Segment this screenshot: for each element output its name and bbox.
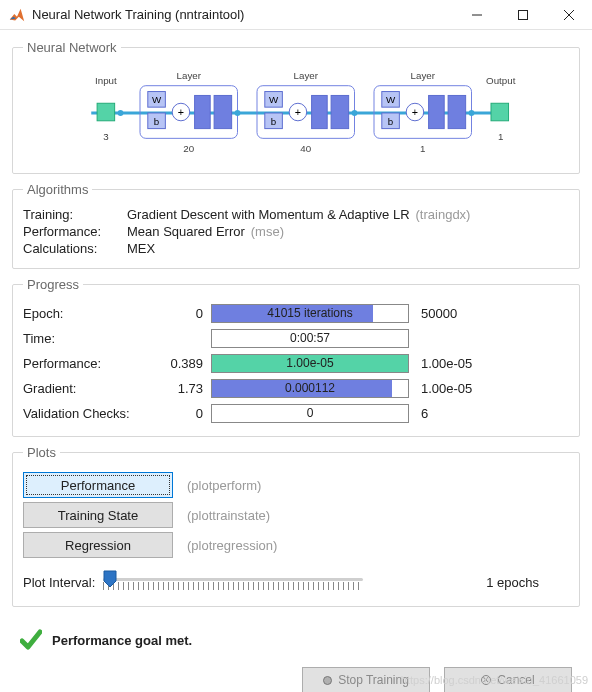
algo-label: Calculations: [23, 241, 127, 256]
plot-button-regression[interactable]: Regression [23, 532, 173, 558]
algo-row: Performance:Mean Squared Error(mse) [23, 224, 569, 239]
algo-row: Training:Gradient Descent with Momentum … [23, 207, 569, 222]
svg-text:W: W [386, 94, 396, 105]
progress-row: Epoch:041015 iterations50000 [23, 301, 569, 325]
cancel-icon: ✕ [481, 675, 491, 685]
maximize-button[interactable] [500, 0, 546, 30]
progress-panel: Progress Epoch:041015 iterations50000Tim… [12, 277, 580, 437]
algo-value: Mean Squared Error [127, 224, 245, 239]
progress-end: 1.00e-05 [409, 381, 499, 396]
svg-rect-46 [491, 103, 509, 121]
svg-text:Output: Output [486, 75, 516, 86]
algo-value: Gradient Descent with Momentum & Adaptiv… [127, 207, 410, 222]
plot-interval-label: Plot Interval: [23, 575, 95, 590]
progress-label: Performance: [23, 356, 155, 371]
progress-row: Validation Checks:006 [23, 401, 569, 425]
progress-end: 50000 [409, 306, 499, 321]
progress-row: Gradient:1.730.0001121.00e-05 [23, 376, 569, 400]
algo-row: Calculations:MEX [23, 241, 569, 256]
svg-text:3: 3 [103, 131, 108, 142]
algo-code: (mse) [251, 224, 284, 239]
svg-text:b: b [271, 116, 277, 127]
neural-network-panel: Neural Network Input 3 Layer W b + 20 [12, 40, 580, 174]
svg-text:40: 40 [300, 143, 311, 154]
window-title: Neural Network Training (nntraintool) [32, 7, 244, 22]
plot-button-training state[interactable]: Training State [23, 502, 173, 528]
svg-rect-6 [97, 103, 115, 121]
svg-text:1: 1 [420, 143, 425, 154]
plot-code: (plotperform) [187, 478, 261, 493]
progress-start: 1.73 [155, 381, 211, 396]
plot-button-performance[interactable]: Performance [23, 472, 173, 498]
progress-label: Epoch: [23, 306, 155, 321]
progress-label: Time: [23, 331, 155, 346]
status-message: Performance goal met. [52, 633, 192, 648]
stop-training-button[interactable]: Stop Training [302, 667, 430, 692]
svg-text:Layer: Layer [411, 70, 436, 81]
status-row: Performance goal met. [0, 623, 592, 663]
progress-label: Gradient: [23, 381, 155, 396]
algo-code: (traingdx) [416, 207, 471, 222]
slider-thumb-icon[interactable] [103, 570, 117, 588]
plot-row: Performance(plotperform) [23, 472, 569, 498]
svg-rect-41 [429, 95, 445, 128]
titlebar: Neural Network Training (nntraintool) [0, 0, 592, 30]
plot-row: Regression(plotregression) [23, 532, 569, 558]
plot-code: (plotregression) [187, 538, 277, 553]
svg-rect-18 [214, 95, 232, 128]
algorithms-legend: Algorithms [23, 182, 92, 197]
svg-rect-29 [312, 95, 328, 128]
progress-start: 0.389 [155, 356, 211, 371]
close-button[interactable] [546, 0, 592, 30]
svg-point-32 [352, 110, 358, 116]
progress-legend: Progress [23, 277, 83, 292]
svg-text:1: 1 [498, 131, 503, 142]
plots-legend: Plots [23, 445, 60, 460]
progress-end: 6 [409, 406, 499, 421]
progress-bar: 0 [211, 404, 409, 423]
svg-text:Layer: Layer [177, 70, 202, 81]
progress-bar: 0:00:57 [211, 329, 409, 348]
plot-interval-value: 1 epochs [486, 575, 539, 590]
svg-text:Input: Input [95, 75, 117, 86]
svg-point-20 [235, 110, 241, 116]
neural-network-legend: Neural Network [23, 40, 121, 55]
svg-text:W: W [269, 94, 279, 105]
progress-row: Performance:0.3891.00e-051.00e-05 [23, 351, 569, 375]
svg-rect-42 [448, 95, 466, 128]
progress-bar-text: 41015 iterations [267, 306, 352, 320]
progress-bar: 1.00e-05 [211, 354, 409, 373]
progress-bar: 0.000112 [211, 379, 409, 398]
matlab-logo-icon [8, 6, 26, 24]
svg-text:b: b [154, 116, 160, 127]
minimize-button[interactable] [454, 0, 500, 30]
svg-rect-30 [331, 95, 349, 128]
algo-label: Training: [23, 207, 127, 222]
algo-label: Performance: [23, 224, 127, 239]
progress-bar-text: 0:00:57 [290, 331, 330, 345]
svg-point-44 [469, 110, 475, 116]
plot-interval-slider[interactable] [103, 568, 363, 596]
progress-start: 0 [155, 306, 211, 321]
algorithms-panel: Algorithms Training:Gradient Descent wit… [12, 182, 580, 269]
check-icon [20, 629, 42, 651]
svg-text:+: + [178, 106, 184, 118]
svg-rect-1 [519, 10, 528, 19]
svg-text:+: + [295, 106, 301, 118]
progress-bar-text: 1.00e-05 [286, 356, 333, 370]
plot-code: (plottrainstate) [187, 508, 270, 523]
svg-text:Layer: Layer [294, 70, 319, 81]
progress-bar: 41015 iterations [211, 304, 409, 323]
svg-point-7 [118, 110, 124, 116]
cancel-button[interactable]: ✕ Cancel [444, 667, 572, 692]
svg-rect-17 [195, 95, 211, 128]
svg-text:b: b [388, 116, 394, 127]
progress-bar-text: 0.000112 [285, 381, 335, 395]
stop-icon [323, 676, 332, 685]
plot-row: Training State(plottrainstate) [23, 502, 569, 528]
plots-panel: Plots Performance(plotperform)Training S… [12, 445, 580, 607]
progress-start: 0 [155, 406, 211, 421]
progress-end: 1.00e-05 [409, 356, 499, 371]
svg-text:20: 20 [183, 143, 194, 154]
svg-text:W: W [152, 94, 162, 105]
